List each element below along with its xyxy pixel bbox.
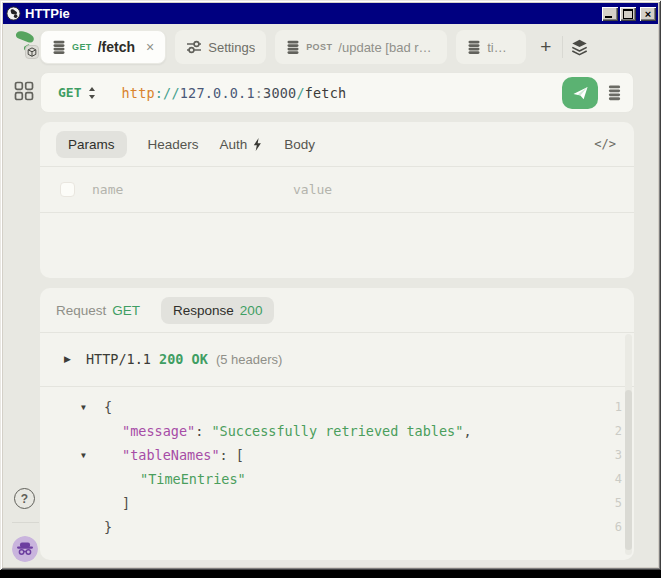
response-tab-label: Response — [173, 303, 234, 318]
code-line-2: "message": "Successfully retrieved table… — [40, 419, 634, 443]
code-line-5: ]5 — [40, 491, 634, 515]
app-content: ? GET/fetch×SettingsPOST/update [bad req… — [3, 24, 658, 567]
url-protocol: http — [121, 85, 154, 101]
code-content: "message": "Successfully retrieved table… — [104, 423, 472, 439]
response-body: ▼{1"message": "Successfully retrieved ta… — [40, 386, 634, 539]
divider — [40, 212, 634, 213]
code-line-1: ▼{1 — [40, 395, 634, 419]
tab-label: time… — [487, 40, 515, 55]
tab-request[interactable]: Request GET — [56, 303, 140, 318]
collections-button[interactable] — [563, 30, 595, 64]
tab-auth[interactable]: Auth — [220, 137, 264, 152]
token-key: "message" — [122, 423, 195, 439]
app-window: HTTPie × ? GET/fetch×SettingsPOST/update… — [0, 0, 661, 570]
response-scrollbar[interactable] — [625, 334, 632, 555]
url-separator: :// — [155, 85, 180, 101]
minimize-button[interactable] — [602, 7, 618, 21]
method-select[interactable]: GET — [41, 85, 96, 100]
request-tab-method: GET — [112, 303, 140, 318]
tab-label: Params — [68, 137, 115, 152]
request-panel-tabs: ParamsHeadersAuthBody</> — [40, 122, 634, 166]
scrollbar-thumb[interactable] — [625, 390, 632, 550]
sliders-icon — [186, 40, 202, 54]
url-slash: / — [296, 85, 304, 101]
headers-count: (5 headers) — [216, 352, 282, 367]
code-content: "TimeEntries" — [104, 471, 246, 487]
code-content: } — [104, 519, 112, 535]
response-panel: Request GET Response 200 ▶ HTTP/1.1 200 … — [40, 288, 634, 560]
token-punct: , — [463, 423, 471, 439]
tab-response[interactable]: Response 200 — [161, 297, 274, 324]
code-content: ] — [104, 495, 130, 511]
code-view-icon[interactable]: </> — [594, 137, 624, 151]
minimize-icon — [605, 16, 612, 18]
add-tab-button[interactable]: + — [532, 30, 559, 64]
tab-method: GET — [72, 42, 92, 52]
tab-settings[interactable]: Settings — [175, 30, 266, 64]
token-punct: [ — [236, 447, 244, 463]
tab-fetch[interactable]: GET/fetch× — [40, 30, 166, 64]
bolt-icon — [253, 138, 263, 151]
url-colon: : — [255, 85, 263, 101]
response-tab-status: 200 — [240, 303, 263, 318]
apps-grid-icon[interactable] — [14, 81, 34, 101]
incognito-avatar[interactable] — [12, 536, 38, 562]
collapse-toggle-icon[interactable]: ▼ — [81, 403, 104, 412]
token-punct: { — [104, 399, 112, 415]
tab-time[interactable]: time… — [456, 30, 526, 64]
tab-bar: GET/fetch×SettingsPOST/update [bad requ…… — [40, 30, 595, 64]
response-status-line[interactable]: ▶ HTTP/1.1 200 OK (5 headers) — [40, 332, 634, 386]
status-code: 200 OK — [159, 351, 208, 367]
url-bar: GET http://127.0.0.1:3000/fetch — [40, 72, 634, 113]
tab-body[interactable]: Body — [284, 137, 315, 152]
tab-headers[interactable]: Headers — [148, 137, 199, 152]
help-button[interactable]: ? — [14, 488, 35, 509]
maximize-icon — [623, 9, 633, 19]
request-tabs: GET/fetch×SettingsPOST/update [bad requ…… — [40, 30, 526, 64]
tab-label: Settings — [208, 40, 255, 55]
tab-method: POST — [306, 42, 332, 52]
response-panel-tabs: Request GET Response 200 — [40, 288, 634, 332]
database-icon — [286, 40, 300, 55]
code-line-3: ▼"tableNames": [3 — [40, 443, 634, 467]
token-string: "Successfully retrieved tables" — [211, 423, 463, 439]
collapse-toggle-icon[interactable]: ▼ — [81, 451, 104, 460]
tab-label: /fetch — [98, 39, 135, 55]
status-protocol: HTTP/1.1 200 OK — [86, 351, 208, 367]
param-value-input[interactable]: value — [293, 182, 332, 197]
url-host: 127.0.0.1 — [180, 85, 255, 101]
url-input[interactable]: http://127.0.0.1:3000/fetch — [121, 85, 346, 101]
token-punct: ] — [122, 495, 130, 511]
param-name-input[interactable]: name — [92, 182, 123, 197]
send-button[interactable] — [562, 77, 598, 109]
tab-update-bad-requ[interactable]: POST/update [bad requ… — [275, 30, 447, 64]
tab-label: Body — [284, 137, 315, 152]
close-tab-icon[interactable]: × — [146, 39, 154, 55]
close-icon: × — [645, 9, 651, 19]
layers-icon — [570, 38, 589, 57]
maximize-button[interactable] — [620, 7, 636, 21]
window-title: HTTPie — [25, 4, 598, 24]
code-line-6: }6 — [40, 515, 634, 539]
token-key: "tableNames" — [122, 447, 220, 463]
code-content: "tableNames": [ — [104, 447, 244, 463]
window-controls: × — [602, 7, 656, 21]
window-titlebar[interactable]: HTTPie × — [3, 3, 658, 24]
expand-headers-icon[interactable]: ▶ — [64, 354, 71, 364]
url-path: fetch — [305, 85, 347, 101]
chevron-updown-icon — [88, 86, 96, 100]
token-string: "TimeEntries" — [140, 471, 246, 487]
close-window-button[interactable]: × — [640, 7, 656, 21]
token-punct: : — [220, 447, 236, 463]
tab-params[interactable]: Params — [56, 131, 127, 158]
request-history-button[interactable] — [601, 77, 628, 109]
param-enable-checkbox[interactable] — [60, 182, 75, 197]
code-line-4: "TimeEntries"4 — [40, 467, 634, 491]
request-panel: ParamsHeadersAuthBody</> name value — [40, 122, 634, 278]
param-row: name value — [40, 167, 634, 212]
request-tab-label: Request — [56, 303, 106, 318]
code-content: { — [104, 399, 112, 415]
database-icon — [467, 40, 481, 55]
url-port: 3000 — [263, 85, 296, 101]
tab-label: /update [bad requ… — [338, 40, 436, 55]
